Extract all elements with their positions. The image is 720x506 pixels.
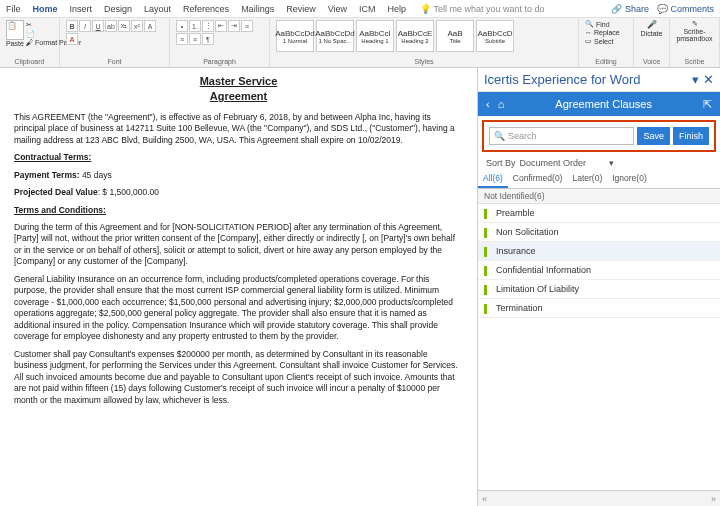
ribbon-editing: 🔍 Find ↔ Replace ▭ Select Editing [579, 18, 634, 67]
tab-design[interactable]: Design [98, 1, 138, 17]
style-1-no-spac-[interactable]: AaBbCcDd1 No Spac... [316, 20, 354, 52]
highlight-button[interactable]: A [144, 20, 156, 32]
back-icon[interactable]: ‹ [482, 98, 494, 110]
styles-label: Styles [276, 58, 572, 65]
payment-terms-line: Payment Terms: 45 days [14, 170, 463, 181]
dictate-button[interactable]: 🎤Dictate [640, 20, 663, 38]
tab-review[interactable]: Review [280, 1, 322, 17]
ribbon-voice: 🎤Dictate Voice [634, 18, 670, 67]
expand-icon[interactable]: ⇱ [699, 98, 716, 111]
superscript-button[interactable]: x² [131, 20, 143, 32]
clause-item[interactable]: Preamble [478, 204, 720, 223]
clause-item[interactable]: Non Solicitation [478, 223, 720, 242]
ribbon-tabs: File Home Insert Design Layout Reference… [0, 1, 412, 17]
search-input[interactable]: 🔍 Search [489, 127, 634, 145]
ribbon-clipboard: 📋 Paste ✂ 📄 🖌 Format Painter Clipboard [0, 18, 60, 67]
bold-button[interactable]: B [66, 20, 78, 32]
workspace: Master Service Agreement This AGREEMENT … [0, 68, 720, 506]
tab-file[interactable]: File [0, 1, 27, 17]
italic-button[interactable]: I [79, 20, 91, 32]
paste-button[interactable]: 📋 Paste [6, 20, 24, 47]
share-button[interactable]: 🔗 Share [611, 4, 649, 14]
footer-next-icon[interactable]: » [711, 494, 716, 504]
projected-deal-value-line: Projected Deal Value: $ 1,500,000.00 [14, 187, 463, 198]
icertis-panel: Icertis Experience for Word ▾ ✕ ‹ ⌂ Agre… [477, 68, 720, 506]
find-button[interactable]: 🔍 Find [585, 20, 627, 28]
doc-paragraph: During the term of this Agreement and fo… [14, 222, 463, 268]
style-heading-2[interactable]: AaBbCcEHeading 2 [396, 20, 434, 52]
filter-tab[interactable]: Later(0) [567, 170, 607, 188]
tell-me-search[interactable]: 💡 Tell me what you want to do [412, 4, 611, 14]
search-action-row: 🔍 Search Save Finish [482, 120, 716, 152]
tab-mailings[interactable]: Mailings [235, 1, 280, 17]
scribe-button[interactable]: ✎Scribe-pmsandbox [676, 20, 713, 42]
panel-header: ‹ ⌂ Agreement Clauses ⇱ [478, 92, 720, 116]
ribbon-styles: AaBbCcDd1 NormalAaBbCcDd1 No Spac...AaBb… [270, 18, 579, 67]
clause-list: PreambleNon SolicitationInsuranceConfide… [478, 204, 720, 490]
style-1-normal[interactable]: AaBbCcDd1 Normal [276, 20, 314, 52]
filter-tab[interactable]: Ignore(0) [607, 170, 652, 188]
font-label: Font [66, 58, 163, 65]
subscript-button[interactable]: x₂ [118, 20, 130, 32]
tab-layout[interactable]: Layout [138, 1, 177, 17]
doc-paragraph: Customer shall pay Consultant's expenses… [14, 349, 463, 406]
tab-home[interactable]: Home [27, 1, 64, 17]
show-marks-button[interactable]: ¶ [202, 33, 214, 45]
clause-item[interactable]: Confidential Information [478, 261, 720, 280]
align-right-button[interactable]: ≡ [189, 33, 201, 45]
not-identified-header[interactable]: Not Identified(6) [478, 189, 720, 204]
style-subtitle[interactable]: AaBbCcDSubtitle [476, 20, 514, 52]
menu-bar: File Home Insert Design Layout Reference… [0, 0, 720, 18]
ribbon-font: B I U ab x₂ x² A A Font [60, 18, 170, 67]
ribbon: 📋 Paste ✂ 📄 🖌 Format Painter Clipboard B… [0, 18, 720, 68]
save-button[interactable]: Save [637, 127, 670, 145]
font-color-button[interactable]: A [66, 33, 78, 45]
share-row: 🔗 Share 💬 Comments [611, 4, 720, 14]
sort-row: Sort By Document Order ▾ [478, 156, 720, 170]
home-icon[interactable]: ⌂ [494, 98, 509, 110]
multilevel-button[interactable]: ⋮ [202, 20, 214, 32]
align-center-button[interactable]: ≡ [176, 33, 188, 45]
indent-inc-button[interactable]: ⇥ [228, 20, 240, 32]
doc-paragraph: General Liability Insurance on an occurr… [14, 274, 463, 343]
section-terms-conditions: Terms and Conditions: [14, 205, 463, 216]
comments-button[interactable]: 💬 Comments [657, 4, 714, 14]
document-body[interactable]: Master Service Agreement This AGREEMENT … [0, 68, 477, 506]
style-heading-1[interactable]: AaBbCcIHeading 1 [356, 20, 394, 52]
tab-references[interactable]: References [177, 1, 235, 17]
clause-item[interactable]: Limitation Of Liability [478, 280, 720, 299]
panel-menu-icon[interactable]: ▾ [692, 72, 699, 87]
strike-button[interactable]: ab [105, 20, 117, 32]
tab-insert[interactable]: Insert [64, 1, 99, 17]
filter-tab[interactable]: All(6) [478, 170, 508, 188]
style-title[interactable]: AaBTitle [436, 20, 474, 52]
scribe-label: Scribe [676, 58, 713, 65]
panel-header-title: Agreement Clauses [508, 98, 699, 110]
search-icon: 🔍 [494, 131, 505, 141]
paragraph-label: Paragraph [176, 58, 263, 65]
indent-dec-button[interactable]: ⇤ [215, 20, 227, 32]
finish-button[interactable]: Finish [673, 127, 709, 145]
numbering-button[interactable]: 1. [189, 20, 201, 32]
panel-close-icon[interactable]: ✕ [703, 72, 714, 87]
section-contractual-terms: Contractual Terms: [14, 152, 463, 163]
clause-item[interactable]: Insurance [478, 242, 720, 261]
replace-button[interactable]: ↔ Replace [585, 29, 627, 36]
doc-paragraph: This AGREEMENT (the "Agreement"), is eff… [14, 112, 463, 146]
tab-icm[interactable]: ICM [353, 1, 382, 17]
select-button[interactable]: ▭ Select [585, 37, 627, 45]
ribbon-scribe: ✎Scribe-pmsandbox Scribe [670, 18, 720, 67]
underline-button[interactable]: U [92, 20, 104, 32]
tab-help[interactable]: Help [382, 1, 413, 17]
filter-tab[interactable]: Confirmed(0) [508, 170, 568, 188]
bullets-button[interactable]: • [176, 20, 188, 32]
filter-tabs: All(6)Confirmed(0)Later(0)Ignore(0) [478, 170, 720, 189]
doc-subtitle: Agreement [14, 89, 463, 104]
tab-view[interactable]: View [322, 1, 353, 17]
sort-dropdown[interactable]: Document Order ▾ [520, 158, 712, 168]
footer-prev-icon[interactable]: « [482, 494, 487, 504]
align-left-button[interactable]: ≡ [241, 20, 253, 32]
ribbon-paragraph: • 1. ⋮ ⇤ ⇥ ≡ ≡ ≡ ¶ Paragraph [170, 18, 270, 67]
clause-item[interactable]: Termination [478, 299, 720, 318]
clipboard-label: Clipboard [6, 58, 53, 65]
